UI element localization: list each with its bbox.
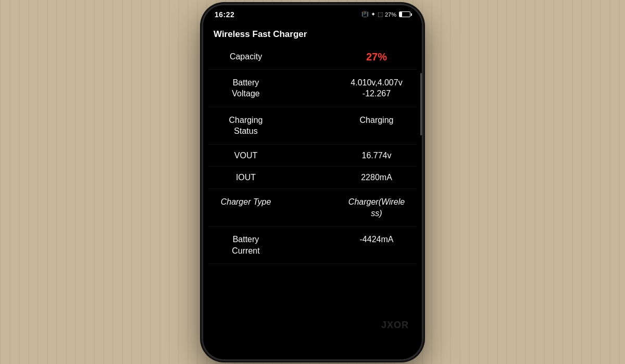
status-time: 16:22 bbox=[215, 10, 234, 19]
status-icons: 📳 ✦ ⬚ 27% bbox=[361, 11, 410, 18]
table-row: IOUT 2280mA bbox=[208, 167, 417, 189]
battery-percent-text: 27% bbox=[385, 11, 396, 18]
battery-fill bbox=[399, 12, 402, 17]
vout-value: 16.774v bbox=[343, 150, 410, 161]
table-row: Charger Type Charger(Wireless) bbox=[208, 189, 417, 227]
iout-label: IOUT bbox=[215, 172, 277, 183]
table-row: BatteryVoltage 4.010v,4.007v-12.267 bbox=[208, 70, 417, 107]
capacity-label: Capacity bbox=[215, 51, 277, 62]
iout-value: 2280mA bbox=[343, 172, 410, 183]
phone-device: 16:22 📳 ✦ ⬚ 27% Wireless Fast Charger C bbox=[203, 5, 422, 359]
battery-voltage-label: BatteryVoltage bbox=[215, 77, 277, 99]
charging-status-value: Charging bbox=[343, 115, 410, 126]
table-row: ChargingStatus Charging bbox=[208, 107, 417, 145]
battery-voltage-value: 4.010v,4.007v-12.267 bbox=[343, 77, 410, 99]
battery-indicator: 27% bbox=[385, 11, 410, 18]
table-row: VOUT 16.774v bbox=[208, 145, 417, 167]
scroll-indicator bbox=[420, 73, 422, 135]
table-row: BatteryCurrent -4424mA bbox=[208, 227, 417, 264]
bluetooth-icon: ✦ bbox=[371, 11, 376, 18]
phone-screen: 16:22 📳 ✦ ⬚ 27% Wireless Fast Charger C bbox=[203, 5, 422, 359]
capacity-value: 27% bbox=[343, 50, 410, 64]
vibrate-icon: 📳 bbox=[361, 11, 369, 18]
screen-icon: ⬚ bbox=[378, 11, 383, 18]
battery-current-value: -4424mA bbox=[343, 234, 410, 245]
info-table: Capacity 27% BatteryVoltage 4.010v,4.007… bbox=[203, 45, 422, 265]
battery-current-label: BatteryCurrent bbox=[215, 234, 277, 256]
table-row: Capacity 27% bbox=[208, 45, 417, 70]
app-title: Wireless Fast Charger bbox=[203, 22, 422, 45]
status-bar: 16:22 📳 ✦ ⬚ 27% bbox=[203, 5, 422, 22]
charger-type-value: Charger(Wireless) bbox=[343, 196, 410, 219]
app-content: Wireless Fast Charger Capacity 27% Batte… bbox=[203, 22, 422, 359]
vout-label: VOUT bbox=[215, 150, 277, 161]
charging-status-label: ChargingStatus bbox=[215, 115, 277, 137]
charger-type-label: Charger Type bbox=[215, 196, 277, 208]
battery-icon bbox=[399, 11, 410, 17]
